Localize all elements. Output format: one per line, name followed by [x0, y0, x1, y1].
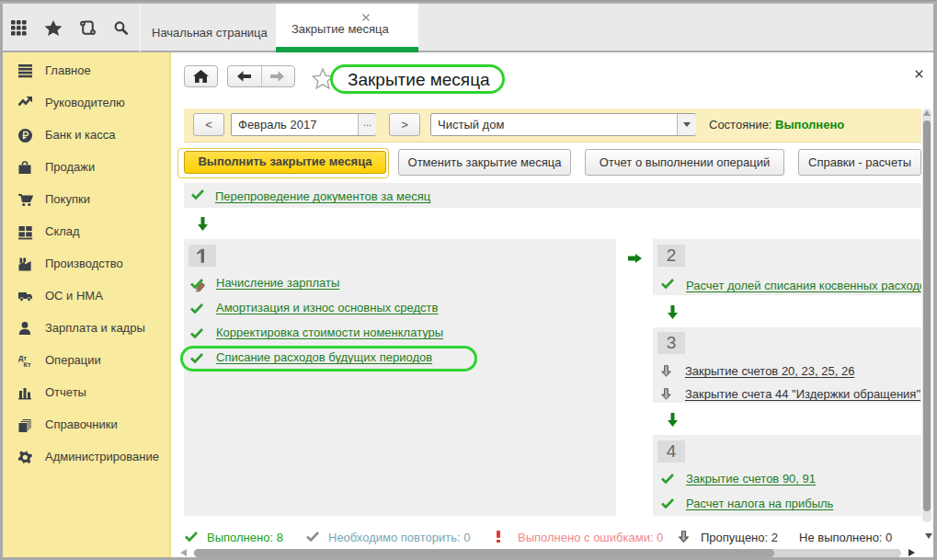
svg-text:Кт: Кт — [24, 360, 32, 369]
